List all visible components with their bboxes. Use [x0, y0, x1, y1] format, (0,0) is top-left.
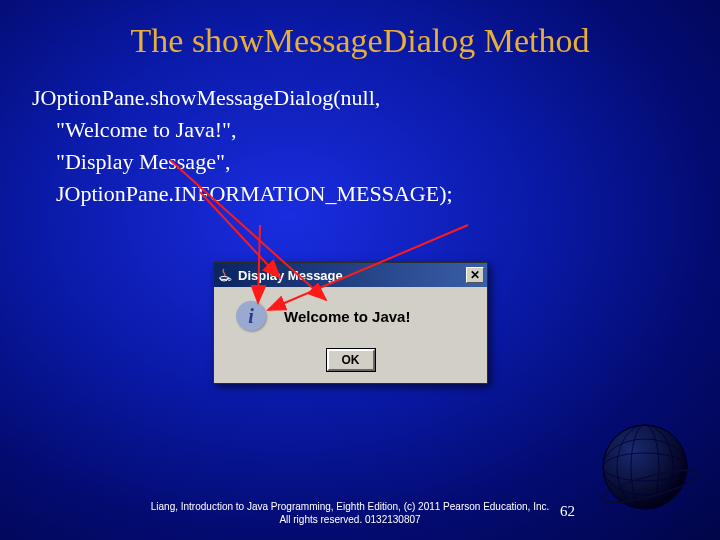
java-cup-icon: [217, 267, 233, 283]
dialog-body: i Welcome to Java! OK: [214, 287, 487, 383]
dialog-titlebar: Display Message ✕: [214, 263, 487, 287]
svg-point-0: [220, 277, 229, 280]
information-icon: i: [236, 301, 266, 331]
footer-citation: Liang, Introduction to Java Programming,…: [0, 500, 720, 526]
dialog-title-text: Display Message: [238, 268, 343, 283]
ok-button[interactable]: OK: [327, 349, 375, 371]
page-number: 62: [560, 503, 575, 520]
slide-title: The showMessageDialog Method: [0, 0, 720, 60]
titlebar-left: Display Message: [217, 267, 343, 283]
svg-point-5: [603, 425, 687, 509]
code-line-2: "Welcome to Java!",: [32, 114, 720, 146]
code-line-1: JOptionPane.showMessageDialog(null,: [32, 82, 720, 114]
dialog-content-row: i Welcome to Java!: [226, 301, 475, 331]
dialog-message: Welcome to Java!: [284, 308, 410, 325]
message-dialog: Display Message ✕ i Welcome to Java! OK: [213, 262, 488, 384]
close-button[interactable]: ✕: [466, 267, 484, 283]
code-example: JOptionPane.showMessageDialog(null, "Wel…: [0, 60, 720, 210]
code-line-4: JOptionPane.INFORMATION_MESSAGE);: [32, 178, 720, 210]
code-line-3: "Display Message",: [32, 146, 720, 178]
